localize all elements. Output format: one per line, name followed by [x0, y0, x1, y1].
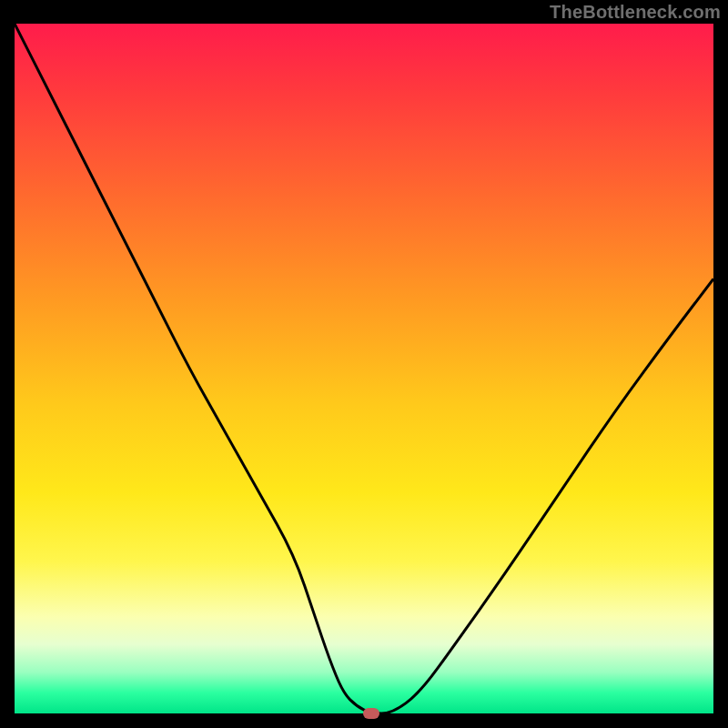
- chart-container: TheBottleneck.com: [0, 0, 728, 728]
- optimal-point-marker: [363, 708, 379, 719]
- watermark-text: TheBottleneck.com: [550, 2, 721, 23]
- plot-area: [15, 24, 713, 713]
- bottleneck-curve-path: [15, 24, 713, 713]
- curve-svg: [15, 24, 713, 713]
